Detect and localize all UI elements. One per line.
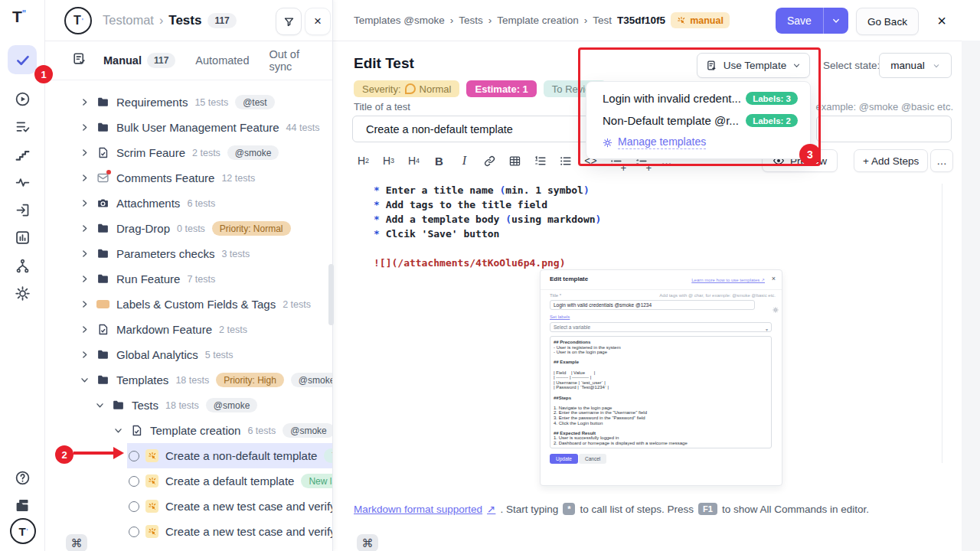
bottom-logo-icon[interactable]: T' [10,518,36,544]
tree-item[interactable]: Drag-Drop0 testsPriority: Normal [44,216,332,241]
chevron-right-icon[interactable] [80,299,90,309]
chevron-right-icon[interactable] [80,223,90,233]
breadcrumb-separator: › [488,15,492,26]
tree-item[interactable]: Global Analytics5 tests [44,342,332,367]
main-header: Templates @smoke › Tests › Template crea… [333,0,980,41]
breadcrumb-item[interactable]: Templates @smoke [354,15,445,26]
annotation-3-marker: 3 [799,144,821,165]
table-button[interactable] [502,149,528,172]
tree-item[interactable]: Create a new test case and verify [44,519,332,544]
heading2-button[interactable]: H2 [351,149,376,172]
estimate-badge[interactable]: Estimate: 1 [466,80,536,97]
chevron-down-icon[interactable] [80,375,90,385]
status-circle-icon [129,451,139,461]
rail-pulse-icon[interactable] [8,168,37,197]
embed-learn-link: Learn more how to use templates ↗ [691,277,765,282]
tree-item[interactable]: Create a default templateNew label [44,468,332,494]
rail-docs-icon[interactable] [8,491,37,520]
rail-branches-icon[interactable] [8,251,37,280]
save-split-button[interactable]: Save [776,8,848,34]
command-key-icon[interactable]: ⌘ [66,534,87,551]
tab-manual[interactable]: Manual117 [103,53,175,68]
rail-import-icon[interactable] [8,195,37,224]
chevron-right-icon[interactable] [80,173,90,183]
chevron-down-icon[interactable] [113,425,124,435]
tree-item[interactable]: Markdown Feature2 tests [44,317,332,342]
close-editor-icon[interactable]: × [929,8,954,34]
tree-item[interactable]: Labels & Custom Fields & Tags2 tests [44,292,332,317]
edit-note-icon[interactable] [72,51,87,69]
breadcrumb-item[interactable]: Tests [459,15,483,26]
rail-runs-play-icon[interactable] [8,84,37,113]
tree-item[interactable]: Parameters checks3 tests [44,241,332,266]
filter-button[interactable] [276,8,302,35]
tags-hint: example: @smoke @basic etc. [808,101,953,112]
project-name[interactable]: Testomat [103,13,154,28]
markdown-editor[interactable]: * Enter a title name (min. 1 symbol)* Ad… [374,184,601,272]
editor-more-button[interactable]: … [930,149,953,172]
tags-input[interactable] [816,116,952,142]
add-steps-button[interactable]: + Add Steps [854,149,928,172]
tree-item-count: 6 tests [247,425,276,436]
rail-settings-gear-icon[interactable] [8,279,37,308]
tree-item[interactable]: Scrim Feaure2 tests@smoke [44,140,332,165]
asterisk-key-icon: * [563,503,575,515]
tree-item[interactable]: Attachments6 tests [44,191,332,216]
link-button[interactable] [477,149,502,172]
heading3-button[interactable]: H3 [376,149,401,172]
tree-item[interactable]: Tests18 tests@smoke [44,393,332,418]
rail-plans-list-icon[interactable] [8,112,37,141]
tree-item[interactable]: Run Feature7 tests [44,266,332,292]
save-caret-icon[interactable] [824,8,848,34]
embed-body-line: | Password | `Test@1234` | [554,385,771,390]
use-template-button[interactable]: Use Template [697,53,810,78]
ordered-list-button[interactable] [528,149,553,172]
rail-help-icon[interactable] [8,463,37,492]
tab-automated[interactable]: Automated [195,54,249,67]
command-key-icon[interactable]: ⌘ [357,534,378,551]
rail-steps-icon[interactable] [8,140,37,169]
go-back-button[interactable]: Go Back [856,8,919,35]
save-button[interactable]: Save [776,8,824,34]
project-logo-icon[interactable]: T' [64,7,92,34]
bold-button[interactable]: B [426,149,452,172]
template-option[interactable]: Non-Default template @r...Labels: 2 [586,109,810,132]
chevron-right-icon[interactable] [80,148,90,158]
tree-item[interactable]: Requirements15 tests@test [44,90,332,115]
tab-out-of-sync[interactable]: Out of sync [269,48,312,73]
severity-badge[interactable]: Severity:Normal [354,80,459,97]
breadcrumb-item[interactable]: Template creation [497,15,579,26]
document-icon [130,424,143,437]
tree-item[interactable]: Create a new test case and verify [44,494,332,519]
tree-close-button[interactable]: × [305,8,331,35]
heading4-button[interactable]: H4 [401,149,426,172]
tree-item[interactable]: Bulk User Management Feature44 tests [44,115,332,140]
markdown-line: * Clcik 'Save' button [374,228,601,243]
state-select[interactable]: manual [879,53,952,78]
annotation-1-marker: 1 [34,65,53,83]
title-field-label: Title of a test [354,101,410,112]
tree-item[interactable]: Comments Feature12 tests [44,165,332,191]
manage-templates-link[interactable]: Manage templates [586,132,810,153]
chevron-right-icon[interactable] [80,97,90,107]
chevron-right-icon[interactable] [80,350,90,360]
chevron-right-icon[interactable] [80,274,90,284]
chevron-right-icon[interactable] [80,198,90,208]
chevron-down-icon[interactable] [95,400,106,410]
rail-tests-icon[interactable] [8,45,37,74]
tree-item[interactable]: Templates18 testsPriority: High@smoke [44,367,332,393]
embed-body-line [554,365,771,370]
bullet-list-button[interactable] [553,149,578,172]
chevron-right-icon[interactable] [80,324,90,334]
annotation-arrow-head [113,447,124,459]
markdown-help-link[interactable]: Markdown format supported↗ [354,503,495,515]
rail-analytics-icon[interactable] [8,223,37,252]
tree-item[interactable]: Create a non-default templateTo Review [44,443,332,468]
tree-item-badge: @smoke [283,423,332,438]
tree-scrollbar-thumb[interactable] [328,264,334,325]
template-option[interactable]: Login with invalid credent...Labels: 3 [586,87,810,109]
italic-button[interactable]: I [452,149,477,172]
chevron-right-icon[interactable] [80,249,90,259]
tree-item[interactable]: Template creation6 tests@smoke [44,418,332,443]
chevron-right-icon[interactable] [80,122,90,132]
